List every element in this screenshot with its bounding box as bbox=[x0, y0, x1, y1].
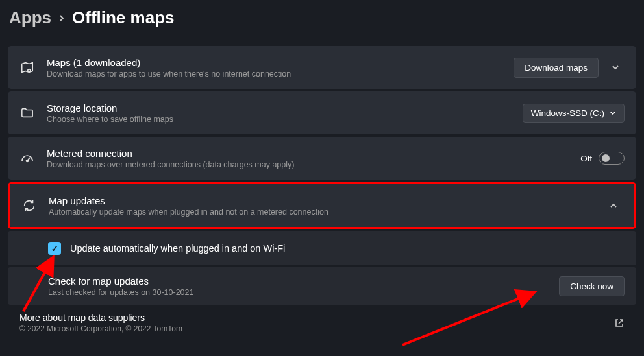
footer-text: More about map data suppliers © 2022 Mic… bbox=[19, 313, 614, 333]
map-updates-title: Map updates bbox=[49, 195, 604, 206]
footer: More about map data suppliers © 2022 Mic… bbox=[8, 307, 636, 333]
auto-update-label: Update automatically when plugged in and… bbox=[70, 243, 285, 254]
check-updates-subtitle: Last checked for updates on 30-10-2021 bbox=[48, 288, 559, 297]
download-maps-button[interactable]: Download maps bbox=[514, 58, 599, 78]
storage-dropdown-value: Windows-SSD (C:) bbox=[531, 108, 604, 118]
refresh-icon bbox=[21, 198, 37, 213]
metered-text: Metered connection Download maps over me… bbox=[47, 148, 580, 169]
metered-title: Metered connection bbox=[47, 148, 580, 159]
metered-toggle-label: Off bbox=[580, 154, 592, 163]
storage-subtitle: Choose where to save offline maps bbox=[47, 115, 523, 124]
check-updates-row: Check for map updates Last checked for u… bbox=[8, 267, 636, 305]
map-updates-highlight: Map updates Automatically update maps wh… bbox=[8, 182, 636, 229]
external-link-icon[interactable] bbox=[614, 318, 625, 328]
map-updates-subtitle: Automatically update maps when plugged i… bbox=[49, 208, 604, 217]
gauge-icon bbox=[19, 150, 35, 166]
chevron-right-icon bbox=[59, 14, 64, 22]
maps-subtitle: Download maps for apps to use when there… bbox=[47, 69, 514, 78]
storage-title: Storage location bbox=[47, 102, 523, 113]
check-updates-title: Check for map updates bbox=[48, 276, 559, 287]
maps-title: Maps (1 downloaded) bbox=[47, 57, 514, 68]
breadcrumb-current: Offline maps bbox=[72, 8, 174, 28]
breadcrumb: Apps Offline maps bbox=[8, 8, 636, 28]
footer-title: More about map data suppliers bbox=[19, 313, 614, 323]
chevron-down-icon bbox=[610, 111, 616, 115]
chevron-up-icon[interactable] bbox=[604, 196, 623, 215]
maps-text: Maps (1 downloaded) Download maps for ap… bbox=[47, 57, 514, 78]
auto-update-row: ✓ Update automatically when plugged in a… bbox=[8, 231, 636, 265]
storage-row[interactable]: Storage location Choose where to save of… bbox=[8, 91, 636, 134]
map-updates-row[interactable]: Map updates Automatically update maps wh… bbox=[10, 184, 634, 227]
toggle-knob bbox=[602, 154, 610, 162]
map-updates-text: Map updates Automatically update maps wh… bbox=[49, 195, 604, 217]
maps-row[interactable]: Maps (1 downloaded) Download maps for ap… bbox=[8, 46, 636, 89]
check-updates-text: Check for map updates Last checked for u… bbox=[48, 276, 559, 297]
map-icon bbox=[19, 60, 35, 75]
auto-update-checkbox[interactable]: ✓ bbox=[48, 242, 61, 255]
footer-copyright: © 2022 Microsoft Corporation, © 2022 Tom… bbox=[19, 324, 614, 333]
svg-point-1 bbox=[27, 160, 29, 162]
breadcrumb-parent[interactable]: Apps bbox=[9, 8, 51, 28]
checkmark-icon: ✓ bbox=[51, 244, 58, 254]
chevron-down-icon[interactable] bbox=[606, 58, 625, 77]
check-now-button[interactable]: Check now bbox=[559, 276, 625, 296]
metered-subtitle: Download maps over metered connections (… bbox=[47, 160, 580, 169]
folder-icon bbox=[19, 105, 35, 121]
metered-row[interactable]: Metered connection Download maps over me… bbox=[8, 137, 636, 180]
storage-text: Storage location Choose where to save of… bbox=[47, 102, 523, 124]
storage-dropdown[interactable]: Windows-SSD (C:) bbox=[523, 104, 625, 123]
metered-toggle[interactable] bbox=[599, 152, 625, 165]
